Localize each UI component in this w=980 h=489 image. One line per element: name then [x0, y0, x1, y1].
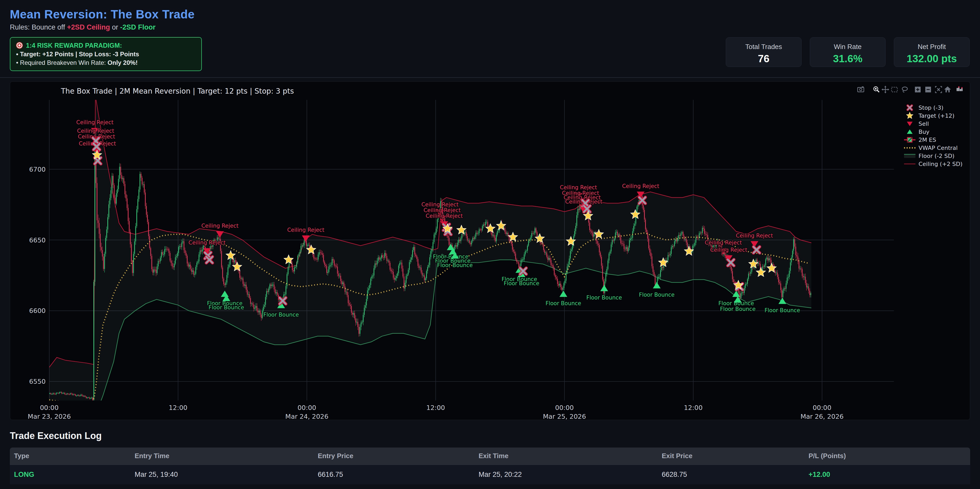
zoom-icon[interactable] [873, 87, 879, 92]
floor-bounce-label: Floor Bounce [437, 262, 473, 268]
legend-label: Ceiling (+2 SD) [918, 161, 963, 167]
col-exit-time: Exit Time [474, 448, 657, 465]
floor-bounce-label: Floor Bounce [587, 295, 622, 301]
page-title: Mean Reversion: The Box Trade [10, 7, 980, 21]
svg-text:12:00: 12:00 [684, 404, 703, 411]
ceiling-reject-label: Ceiling Reject [421, 202, 458, 208]
trade-cell: Mar 25, 19:40 [130, 465, 313, 484]
table-title: Trade Execution Log [10, 430, 980, 441]
risk-reward-line-breakeven: • Required Breakeven Win Rate: Only 20%! [16, 58, 196, 67]
col-pl-points: P/L (Points) [804, 448, 970, 465]
buy-marker [653, 282, 661, 288]
plot-area [49, 96, 811, 420]
ceiling-reject-label: Ceiling Reject [710, 247, 747, 253]
target-icon [16, 42, 23, 49]
zoom-out-icon[interactable] [925, 87, 931, 92]
rules-floor: -2SD Floor [120, 23, 156, 31]
stat-label: Net Profit [894, 43, 969, 51]
legend-label: Buy [918, 129, 929, 135]
ceiling-reject-label: Ceiling Reject [423, 207, 461, 213]
ceiling-reject-label: Ceiling Reject [622, 183, 659, 189]
floor-bounce-label: Floor Bounce [639, 292, 675, 298]
rules-or: or [110, 23, 120, 31]
legend-label: Target (+12) [918, 113, 954, 119]
ceiling-reject-label: Ceiling Reject [736, 233, 773, 239]
autoscale-icon[interactable] [935, 86, 942, 92]
legend-item-stop[interactable]: Stop (-3) [908, 105, 943, 111]
trade-cell: +12.00 [804, 465, 970, 484]
col-entry-price: Entry Price [313, 448, 474, 465]
box-select-icon[interactable] [891, 87, 897, 92]
legend-label: VWAP Central [918, 144, 958, 151]
table-header-row: Type Entry Time Entry Price Exit Time Ex… [10, 448, 970, 465]
legend-item-candle[interactable]: 2M ES [904, 137, 936, 143]
svg-text:Mar 24, 2026: Mar 24, 2026 [285, 413, 328, 420]
risk-reward-line-target: • Target: +12 Points | Stop Loss: -3 Poi… [16, 50, 196, 58]
svg-text:00:00: 00:00 [40, 404, 59, 411]
chart-legend: Stop (-3)Target (+12)SellBuy2M ESVWAP Ce… [904, 105, 963, 167]
floor-bounce-label: Floor Bounce [764, 307, 800, 313]
svg-text:00:00: 00:00 [813, 404, 831, 411]
plotly-logo-icon[interactable] [957, 86, 963, 91]
svg-text:12:00: 12:00 [169, 404, 187, 411]
zoom-in-icon[interactable] [915, 87, 921, 92]
floor-bounce-label: Floor Bounce [263, 312, 299, 318]
risk-reward-box: 1:4 RISK REWARD PARADIGM: • Target: +12 … [10, 37, 202, 71]
svg-text:12:00: 12:00 [426, 404, 445, 411]
page: Mean Reversion: The Box Trade Rules: Bou… [0, 7, 980, 489]
svg-text:Mar 25, 2026: Mar 25, 2026 [543, 413, 586, 420]
legend-label: 2M ES [918, 137, 936, 143]
stat-label: Total Trades [726, 43, 801, 51]
stat-value: 132.00 pts [894, 53, 969, 65]
modebar [858, 86, 963, 93]
rules-ceiling: +2SD Ceiling [67, 23, 110, 31]
stat-value: 76 [726, 53, 801, 65]
floor-bounce-label: Floor Bounce [720, 306, 756, 312]
camera-icon[interactable] [858, 86, 864, 92]
svg-text:Mar 26, 2026: Mar 26, 2026 [800, 413, 843, 420]
reset-axes-icon[interactable] [944, 86, 951, 92]
legend-item-target[interactable]: Target (+12) [906, 112, 955, 119]
stat-card-net-profit: Net Profit 132.00 pts [894, 37, 970, 67]
trade-log-table: Type Entry Time Entry Price Exit Time Ex… [10, 448, 970, 484]
legend-item-buy[interactable]: Buy [907, 129, 929, 135]
floor-bounce-label: Floor Bounce [546, 300, 581, 306]
floor-bounce-label: Floor Bounce [504, 281, 539, 287]
ceiling-reject-label: Ceiling Reject [201, 223, 239, 229]
buy-marker [560, 291, 567, 297]
chart-card: 655066006650670000:00Mar 23, 202612:0000… [10, 81, 970, 420]
legend-item-sell[interactable]: Sell [907, 121, 929, 127]
legend-item-ceiling[interactable]: Ceiling (+2 SD) [904, 161, 963, 167]
legend-label: Stop (-3) [918, 105, 943, 111]
ceiling-reject-label: Ceiling Reject [705, 240, 742, 246]
ceiling-reject-label: Ceiling Reject [77, 128, 114, 134]
svg-text:6550: 6550 [29, 378, 46, 385]
chart-title: The Box Trade | 2M Mean Reversion | Targ… [61, 87, 294, 95]
rules-line: Rules: Bounce off +2SD Ceiling or -2SD F… [10, 23, 980, 32]
svg-text:6650: 6650 [29, 237, 46, 244]
risk-reward-title: 1:4 RISK REWARD PARADIGM: [16, 41, 196, 50]
stat-card-total-trades: Total Trades 76 [726, 37, 802, 67]
stats-row: Total Trades 76 Win Rate 31.6% Net Profi… [726, 37, 970, 67]
svg-text:6700: 6700 [29, 166, 46, 173]
ceiling-reject-label: Ceiling Reject [560, 184, 597, 191]
ceiling-reject-label: Ceiling Reject [189, 240, 226, 246]
trade-cell: Mar 25, 20:22 [474, 465, 657, 484]
buy-marker [600, 285, 608, 291]
legend-item-floor[interactable]: Floor (-2 SD) [904, 153, 955, 159]
legend-item-vwap[interactable]: VWAP Central [904, 144, 958, 151]
pan-icon[interactable] [881, 86, 889, 93]
stat-card-win-rate: Win Rate 31.6% [810, 37, 886, 67]
price-chart: 655066006650670000:00Mar 23, 202612:0000… [10, 82, 970, 420]
ceiling-reject-label: Ceiling Reject [287, 227, 324, 233]
col-type: Type [10, 448, 130, 465]
svg-text:00:00: 00:00 [298, 404, 316, 411]
breakeven-prefix: • Required Breakeven Win Rate: [16, 59, 108, 66]
table-row: LONGMar 25, 19:406616.75Mar 25, 20:22662… [10, 465, 970, 484]
svg-text:Mar 23, 2026: Mar 23, 2026 [28, 413, 71, 420]
sd-band [49, 96, 811, 420]
risk-reward-title-text: 1:4 RISK REWARD PARADIGM: [26, 42, 122, 49]
stat-value: 31.6% [810, 53, 885, 65]
lasso-select-icon[interactable] [902, 87, 907, 92]
legend-label: Sell [918, 121, 929, 127]
